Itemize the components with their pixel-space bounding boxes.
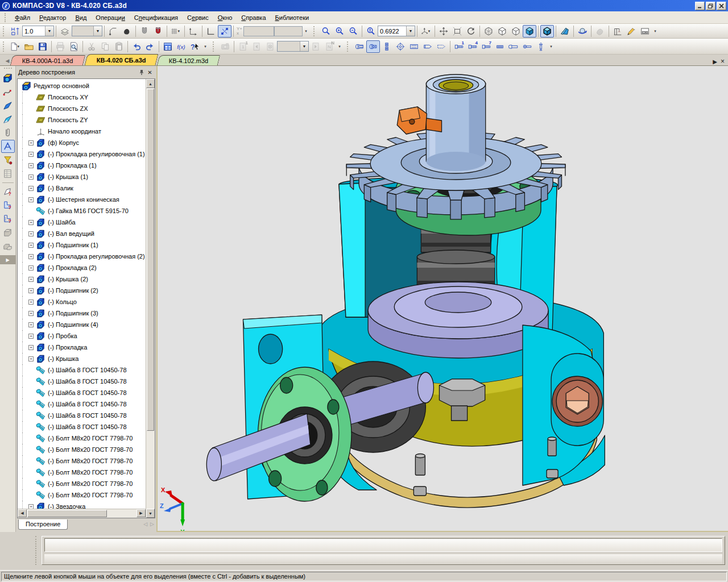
pin-contour-icon[interactable] <box>435 40 448 53</box>
tree-expand-icon[interactable]: + <box>28 356 34 361</box>
screw-type1-icon[interactable]: 1 <box>452 40 466 53</box>
tree-expand-icon[interactable]: + <box>28 300 34 305</box>
tree-close-icon[interactable]: ✕ <box>146 68 154 76</box>
zoom-scale-combo[interactable]: 0.6922▼ <box>378 26 415 36</box>
restore-button[interactable] <box>706 2 715 10</box>
solid-body-icon[interactable] <box>120 25 134 38</box>
clip-icon[interactable] <box>1 126 15 139</box>
tree-item[interactable]: (-) Болт М8х20 ГОСТ 7798-70 <box>18 455 146 467</box>
tree-item[interactable]: +(-) Крышка <box>18 353 146 364</box>
section-display-icon[interactable] <box>593 25 607 38</box>
tree-item[interactable]: (-) Шайба 8 ГОСТ 10450-78 <box>18 410 146 421</box>
context-help-icon[interactable]: ? <box>188 40 202 53</box>
rivet-icon[interactable] <box>534 40 548 53</box>
hidden-thin-icon[interactable] <box>509 25 523 38</box>
tree-expand-icon[interactable]: + <box>28 152 34 157</box>
close-button[interactable] <box>717 2 726 10</box>
zoom-in-icon[interactable] <box>333 25 346 38</box>
dimensions-3d-icon[interactable] <box>611 25 624 38</box>
sketch-query-icon[interactable]: ? <box>1 185 15 198</box>
tree-item[interactable]: (-) Гайка М16 ГОСТ 5915-70 <box>18 205 146 217</box>
toolbar-overflow-icon[interactable]: ▾ <box>336 40 343 53</box>
tree-item[interactable]: +(-) Пробка <box>18 330 146 342</box>
vscroll-down-icon[interactable]: ▼ <box>146 509 155 518</box>
grub-screw-icon[interactable] <box>493 40 507 53</box>
tree-expand-icon[interactable]: + <box>28 174 34 180</box>
tree-hscrollbar[interactable]: ◀ ▶ <box>18 509 146 518</box>
shaded-edges-icon[interactable] <box>540 25 554 38</box>
pin-blue-icon[interactable] <box>1 99 15 112</box>
tree-item[interactable]: +(-) Прокладка (2) <box>18 262 146 273</box>
menu-файл[interactable]: Файл <box>10 13 35 23</box>
tree-expand-icon[interactable]: + <box>28 277 34 282</box>
property-bar-grip[interactable] <box>35 536 39 565</box>
tree-expand-icon[interactable]: + <box>28 243 34 248</box>
tree-item[interactable]: (-) Болт М8х20 ГОСТ 7798-70 <box>18 489 146 501</box>
dart-icon[interactable] <box>1 113 15 126</box>
grid-icon[interactable]: ▾ <box>169 25 183 38</box>
tree-item[interactable]: +(-) Шестерня коническая <box>18 194 146 205</box>
tree-item[interactable]: (-) Болт М8х20 ГОСТ 7798-70 <box>18 444 146 455</box>
pin-icon[interactable] <box>421 40 435 53</box>
spline-icon[interactable] <box>1 85 15 98</box>
toolbar-grip[interactable] <box>3 41 6 52</box>
tree-expand-icon[interactable]: + <box>28 197 34 202</box>
vscroll-thumb[interactable] <box>147 89 154 431</box>
document-tab-1[interactable]: КВ-4.000А-01.a3d <box>10 55 85 65</box>
tree-item[interactable]: +(-) Крышка (1) <box>18 171 146 182</box>
menu-grip[interactable] <box>5 13 7 22</box>
tree-item[interactable]: +(-) Вал ведущий <box>18 228 146 239</box>
hatch-query-icon[interactable]: ? <box>1 213 15 226</box>
tree-item[interactable]: (-) Болт М8х20 ГОСТ 7798-70 <box>18 478 146 489</box>
tree-item[interactable]: (-) Шайба 8 ГОСТ 10450-78 <box>18 376 146 387</box>
measure-icon[interactable] <box>1 140 15 153</box>
3d-viewport[interactable]: X Z Y <box>158 66 728 532</box>
toolbar-grip[interactable] <box>213 41 216 52</box>
simplified-display-icon[interactable] <box>576 25 589 38</box>
fx-icon[interactable]: f(x) <box>175 40 188 53</box>
menu-сервис[interactable]: Сервис <box>183 13 213 23</box>
tree-item[interactable]: +(-) Подшипник (1) <box>18 239 146 251</box>
coord-x-field[interactable] <box>274 26 303 36</box>
shaded-icon[interactable] <box>523 25 536 38</box>
screw-type4-icon[interactable]: 4 <box>466 40 479 53</box>
tree-expand-icon[interactable]: + <box>28 322 34 327</box>
toolbar-overflow-icon[interactable]: ▾ <box>303 25 309 38</box>
undo-icon[interactable] <box>130 40 143 53</box>
tree-expand-icon[interactable]: + <box>28 163 34 168</box>
tree-vscrollbar[interactable]: ▲ ▼ <box>146 79 155 518</box>
local-axes-icon[interactable] <box>187 25 200 38</box>
tree-item[interactable]: +(-) Подшипник (2) <box>18 285 146 296</box>
tree-item[interactable]: Плоскость XY <box>18 92 146 103</box>
open-icon[interactable] <box>22 40 36 53</box>
toolbar-grip[interactable] <box>347 41 350 52</box>
page-first-icon[interactable]: 11 <box>236 40 250 53</box>
filter-icon[interactable] <box>1 153 15 167</box>
page-combo-drop-icon[interactable]: ▼ <box>300 41 308 51</box>
toolbar-overflow-icon[interactable]: ▾ <box>652 25 659 38</box>
tree-item[interactable]: (-) Шайба 8 ГОСТ 10450-78 <box>18 398 146 410</box>
pan-icon[interactable] <box>437 25 450 38</box>
current-step-icon[interactable] <box>9 25 22 38</box>
panel-expand-icon[interactable]: ▶ <box>0 255 16 264</box>
tree-item[interactable]: (-) Болт М8х20 ГОСТ 7798-70 <box>18 467 146 478</box>
toolbar-overflow-icon[interactable]: ▾ <box>202 40 209 53</box>
pan-screw-icon[interactable] <box>507 40 520 53</box>
menu-справка[interactable]: Справка <box>237 13 270 23</box>
tree-expand-icon[interactable]: + <box>28 345 34 350</box>
tab-scroll-right-icon[interactable]: ▶ <box>713 59 717 65</box>
vscroll-up-icon[interactable]: ▲ <box>146 79 155 88</box>
toolbar-grip[interactable] <box>3 26 6 36</box>
preview-icon[interactable] <box>67 40 81 53</box>
hscroll-right-icon[interactable]: ▶ <box>136 509 146 517</box>
document-tab-3[interactable]: КВ-4.102.m3d <box>157 55 221 65</box>
tree-item[interactable]: +(-) Подшипник (3) <box>18 307 146 319</box>
tree-item[interactable]: +(-) Подшипник (4) <box>18 319 146 330</box>
zoom-scale-combo-drop-icon[interactable]: ▼ <box>406 26 415 36</box>
zoom-out-icon[interactable] <box>346 25 360 38</box>
edit-in-place-icon[interactable] <box>1 72 15 85</box>
stud-icon[interactable] <box>380 40 394 53</box>
snap-off-icon[interactable] <box>138 25 151 38</box>
step-combo-drop-icon[interactable]: ▼ <box>45 26 53 36</box>
tree-item[interactable]: (-) Шайба 8 ГОСТ 10450-78 <box>18 421 146 433</box>
